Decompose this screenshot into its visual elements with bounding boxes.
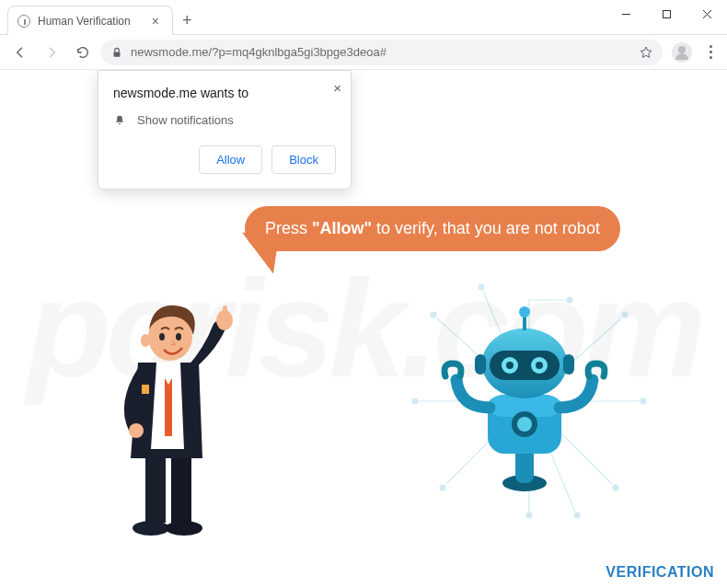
svg-rect-43: [475, 354, 486, 375]
svg-rect-23: [142, 385, 149, 394]
bell-icon: [113, 114, 126, 127]
svg-rect-36: [490, 351, 560, 380]
svg-point-18: [166, 521, 202, 536]
svg-point-26: [159, 333, 165, 340]
svg-rect-4: [114, 52, 121, 56]
man-illustration: [92, 283, 248, 541]
close-window-button[interactable]: [687, 0, 727, 28]
window-titlebar: Human Verification × +: [0, 0, 727, 35]
window-controls: [606, 0, 727, 28]
profile-avatar-icon[interactable]: [672, 42, 692, 63]
svg-point-9: [640, 398, 646, 404]
dialog-title: newsmode.me wants to: [113, 86, 336, 100]
svg-point-33: [517, 417, 532, 432]
bubble-text-strong: "Allow": [312, 219, 372, 237]
svg-point-40: [536, 362, 543, 369]
block-button[interactable]: Block: [271, 145, 336, 174]
svg-point-12: [526, 513, 532, 518]
svg-point-14: [574, 513, 580, 518]
svg-rect-15: [145, 449, 166, 523]
robot-illustration: [423, 299, 626, 502]
svg-rect-1: [663, 10, 670, 17]
kebab-menu-icon[interactable]: [701, 45, 720, 59]
dialog-close-icon[interactable]: ×: [333, 80, 341, 96]
back-button[interactable]: [7, 40, 33, 65]
tab-title: Human Verification: [38, 15, 148, 28]
forward-button[interactable]: [39, 40, 64, 65]
dialog-actions: Allow Block: [113, 145, 336, 174]
bubble-text-pre: Press: [265, 219, 312, 237]
bookmark-star-icon[interactable]: [639, 45, 653, 60]
bubble-text-post: to verify, that you are not robot: [372, 219, 600, 237]
notification-permission-dialog: × newsmode.me wants to Show notification…: [98, 70, 352, 190]
permission-row: Show notifications: [113, 113, 336, 127]
speech-bubble: Press "Allow" to verify, that you are no…: [245, 206, 620, 251]
svg-point-27: [176, 333, 181, 340]
svg-point-13: [479, 284, 484, 290]
svg-point-25: [141, 334, 150, 347]
svg-rect-16: [171, 449, 191, 523]
tab-close-icon[interactable]: ×: [148, 14, 163, 29]
globe-icon: [17, 15, 30, 28]
svg-rect-44: [563, 354, 574, 375]
minimize-button[interactable]: [606, 0, 646, 28]
browser-tab[interactable]: Human Verification ×: [7, 6, 173, 35]
reload-button[interactable]: [70, 40, 96, 65]
svg-point-17: [133, 521, 169, 536]
svg-rect-22: [223, 306, 227, 318]
svg-point-20: [129, 423, 144, 438]
svg-point-8: [412, 398, 418, 404]
maximize-button[interactable]: [646, 0, 687, 28]
new-tab-button[interactable]: +: [182, 11, 192, 30]
page-content: pcrisk.com × newsmode.me wants to Show n…: [0, 70, 727, 588]
svg-point-39: [506, 362, 514, 369]
verification-label: VERIFICATION: [606, 564, 714, 581]
address-bar[interactable]: newsmode.me/?p=mq4gknlbga5gi3bpge3deoa#: [101, 40, 663, 65]
url-text: newsmode.me/?p=mq4gknlbga5gi3bpge3deoa#: [131, 45, 631, 59]
svg-point-42: [519, 306, 530, 317]
allow-button[interactable]: Allow: [199, 145, 262, 174]
lock-icon: [110, 46, 123, 59]
toolbar: newsmode.me/?p=mq4gknlbga5gi3bpge3deoa#: [0, 35, 727, 70]
permission-item-label: Show notifications: [137, 113, 234, 127]
